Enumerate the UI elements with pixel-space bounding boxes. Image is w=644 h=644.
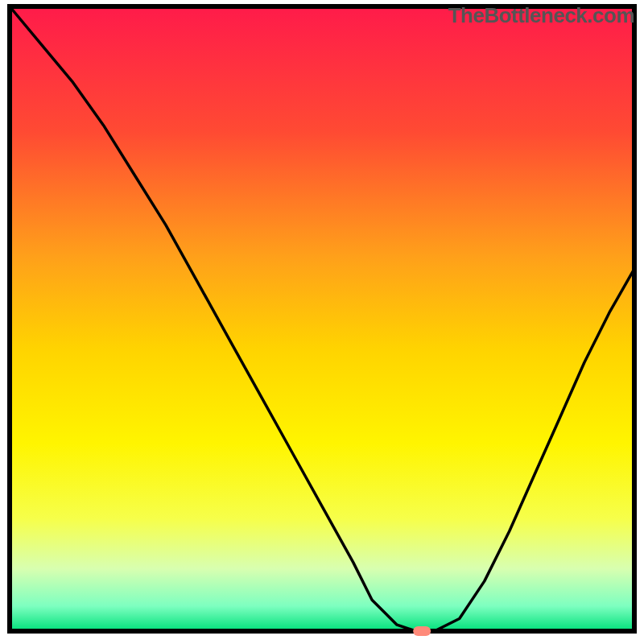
watermark-label: TheBottleneck.com (448, 3, 634, 28)
gradient-background (10, 6, 634, 631)
optimal-marker (413, 626, 431, 636)
bottleneck-chart: TheBottleneck.com (0, 0, 644, 644)
chart-svg (0, 0, 644, 644)
